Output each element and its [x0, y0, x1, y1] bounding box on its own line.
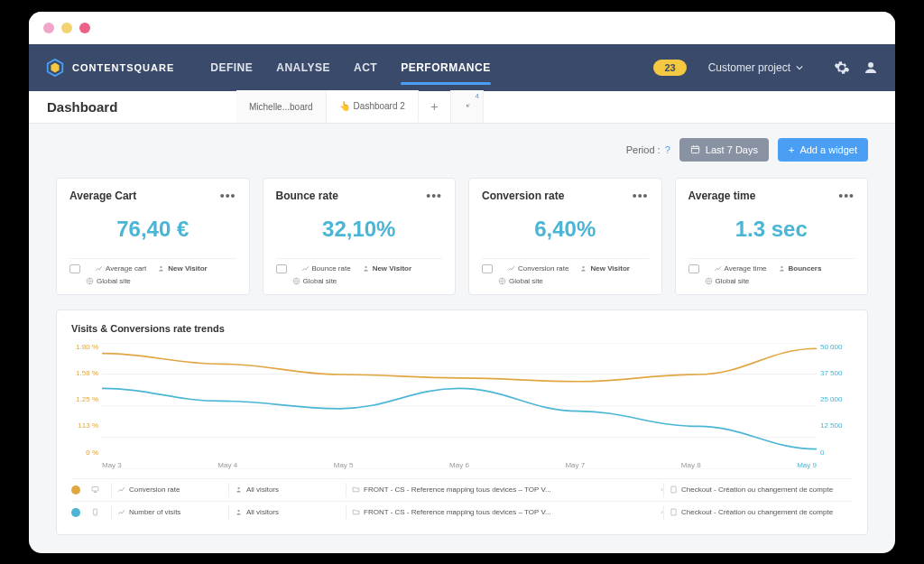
- brand-logo[interactable]: CONTENTSQUARE: [45, 58, 174, 78]
- y-axis-left: 1.80 % 1.58 % 1.25 % 113 % 0 %: [71, 343, 102, 469]
- chart-legend: Conversion rate All visitors FRONT - CS …: [71, 478, 853, 523]
- user-icon: [362, 264, 370, 273]
- card-value: 76,40 €: [69, 202, 236, 258]
- tab-michelle[interactable]: Michelle...board: [236, 90, 327, 123]
- svg-point-26: [95, 513, 96, 514]
- svg-point-13: [781, 266, 782, 268]
- metric-icon: [301, 264, 310, 273]
- svg-point-2: [868, 62, 873, 68]
- globe-icon: [86, 277, 94, 285]
- dashboard-tabs: Michelle...board 👆 Dashboard 2 + 4: [236, 90, 484, 123]
- svg-point-7: [161, 266, 162, 268]
- card-value: 1.3 sec: [688, 202, 855, 258]
- nav-items: DEFINE ANALYSE ACT PERFORMANCE: [210, 45, 490, 90]
- page-icon: [670, 485, 678, 494]
- card-menu-button[interactable]: •••: [838, 190, 855, 202]
- plus-icon: +: [789, 144, 794, 155]
- tag-icon: [482, 264, 493, 273]
- card-meta: Average cart New Visitor Global site: [69, 258, 236, 285]
- user-icon: [235, 508, 243, 516]
- card-menu-button[interactable]: •••: [220, 190, 236, 202]
- legend-dot-yellow: [71, 485, 80, 495]
- card-menu-button[interactable]: •••: [633, 190, 649, 202]
- desktop-icon: [91, 485, 99, 494]
- user-icon: [235, 485, 243, 494]
- nav-act[interactable]: ACT: [354, 45, 377, 90]
- card-conversion-rate: Conversion rate ••• 6,40% Conversion rat…: [468, 178, 662, 295]
- user-icon: [778, 264, 786, 273]
- project-label: Customer project: [708, 61, 790, 74]
- card-average-time: Average time ••• 1.3 sec Average time Bo…: [675, 178, 869, 295]
- svg-point-27: [237, 510, 239, 512]
- card-meta: Average time Bouncers Global site: [688, 258, 855, 285]
- svg-rect-20: [92, 487, 98, 492]
- user-icon: [863, 60, 879, 76]
- chart-plot[interactable]: May 3 May 4 May 5 May 6 May 7 May 8 May …: [102, 343, 817, 469]
- card-title: Average time: [688, 190, 756, 202]
- gear-icon: [834, 60, 850, 76]
- toolbar: Period : ? Last 7 Days + Add a widget: [29, 124, 895, 171]
- metric-icon: [507, 264, 515, 273]
- period-label: Period : ?: [626, 144, 670, 155]
- tab-dashboard2[interactable]: 👆 Dashboard 2: [327, 90, 419, 123]
- card-title: Bounce rate: [276, 190, 338, 202]
- account-button[interactable]: [863, 60, 879, 76]
- period-button[interactable]: Last 7 Days: [679, 138, 769, 162]
- help-icon[interactable]: ?: [665, 144, 670, 155]
- tag-icon: [276, 264, 287, 273]
- x-axis: May 3 May 4 May 5 May 6 May 7 May 8 May …: [102, 461, 817, 469]
- collapse-icon: [464, 102, 470, 111]
- calendar-icon: [690, 144, 700, 154]
- nav-define[interactable]: DEFINE: [210, 45, 253, 90]
- card-meta: Bounce rate New Visitor Global site: [276, 258, 443, 285]
- logo-icon: [45, 58, 65, 78]
- nav-analyse[interactable]: ANALYSE: [276, 45, 330, 90]
- globe-icon: [705, 277, 713, 285]
- folder-icon: [352, 485, 360, 494]
- card-bounce-rate: Bounce rate ••• 32,10% Bounce rate New V…: [263, 178, 457, 295]
- folder-icon: [352, 508, 360, 516]
- y-axis-right: 50 000 37 500 25 000 12 500 0: [817, 343, 853, 469]
- legend-row[interactable]: Number of visits All visitors FRONT - CS…: [71, 501, 853, 523]
- add-tab-button[interactable]: +: [419, 90, 451, 123]
- trends-chart: Visits & Conversions rate trends 1.80 % …: [56, 310, 868, 535]
- svg-rect-3: [691, 146, 698, 153]
- legend-dot-blue: [71, 508, 80, 517]
- svg-point-9: [365, 266, 366, 268]
- add-widget-button[interactable]: + Add a widget: [778, 138, 868, 162]
- nav-performance[interactable]: PERFORMANCE: [401, 45, 491, 90]
- notification-badge[interactable]: 23: [653, 60, 686, 76]
- svg-marker-1: [51, 62, 59, 72]
- top-nav: CONTENTSQUARE DEFINE ANALYSE ACT PERFORM…: [29, 44, 895, 91]
- mobile-icon: [91, 508, 99, 516]
- sub-header: Dashboard Michelle...board 👆 Dashboard 2…: [29, 91, 895, 124]
- card-title: Conversion rate: [482, 190, 564, 202]
- card-average-cart: Average Cart ••• 76,40 € Average cart Ne…: [56, 178, 250, 295]
- settings-button[interactable]: [834, 60, 850, 76]
- metric-icon: [95, 264, 103, 273]
- legend-row[interactable]: Conversion rate All visitors FRONT - CS …: [71, 478, 853, 501]
- globe-icon: [292, 277, 300, 285]
- card-menu-button[interactable]: •••: [426, 190, 442, 202]
- dot-max[interactable]: [79, 23, 90, 33]
- metric-icon: [117, 508, 125, 516]
- tag-icon: [69, 264, 80, 273]
- tag-icon: [688, 264, 699, 273]
- collapse-tabs-button[interactable]: 4: [451, 90, 484, 123]
- card-meta: Conversion rate New Visitor Global site: [482, 258, 649, 285]
- card-title: Average Cart: [69, 190, 136, 202]
- tab-emoji-icon: 👆: [339, 101, 350, 111]
- svg-point-23: [237, 487, 239, 489]
- chevron-down-icon: [796, 64, 803, 71]
- brand-text: CONTENTSQUARE: [72, 62, 174, 73]
- metric-icon: [714, 264, 722, 273]
- globe-icon: [498, 277, 506, 285]
- dot-min[interactable]: [61, 23, 72, 33]
- user-icon: [579, 264, 587, 273]
- card-value: 32,10%: [276, 202, 443, 258]
- card-value: 6,40%: [482, 202, 649, 258]
- project-selector[interactable]: Customer project: [708, 61, 803, 74]
- dot-close[interactable]: [43, 23, 54, 33]
- window-controls: [29, 12, 895, 44]
- metric-icon: [117, 485, 125, 494]
